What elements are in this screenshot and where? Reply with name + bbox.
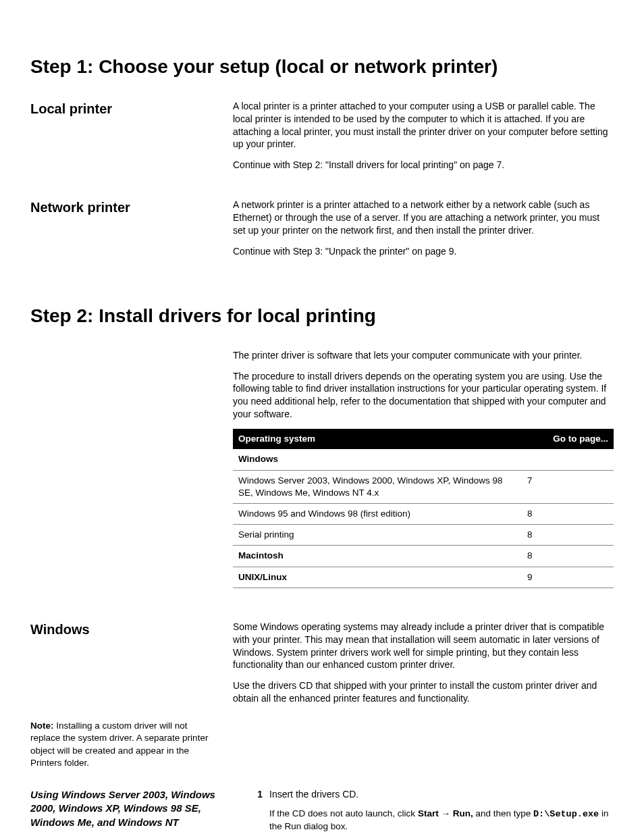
local-printer-p2: Continue with Step 2: "Install drivers f… (233, 159, 614, 172)
windows-note1: Note: Installing a custom driver will no… (30, 720, 219, 769)
local-printer-section: Local printer A local printer is a print… (30, 100, 614, 180)
table-cell-page: 8 (522, 503, 614, 524)
os-table: Operating system Go to page... WindowsWi… (233, 429, 614, 588)
table-cell-os: UNIX/Linux (233, 567, 522, 588)
step-1-num: 1 (246, 788, 269, 833)
table-cell-os: Windows 95 and Windows 98 (first edition… (233, 503, 522, 524)
step2-intro-section: The printer driver is software that lets… (30, 349, 614, 602)
windows-p1: Some Windows operating systems may alrea… (233, 621, 614, 672)
table-cell-os: Windows (233, 449, 522, 470)
network-printer-p1: A network printer is a printer attached … (233, 199, 614, 237)
table-cell-os: Windows Server 2003, Windows 2000, Windo… (233, 470, 522, 503)
table-row: Macintosh8 (233, 546, 614, 567)
local-printer-p1: A local printer is a printer attached to… (233, 100, 614, 151)
table-header-page: Go to page... (522, 429, 614, 449)
step-1-sub: If the CD does not auto launch, click St… (269, 808, 614, 833)
step-1-text: Insert the drivers CD. (269, 789, 358, 800)
table-row: Windows (233, 449, 614, 470)
table-row: UNIX/Linux9 (233, 567, 614, 588)
windows-note1-row: Note: Installing a custom driver will no… (30, 720, 614, 777)
step2-heading: Step 2: Install drivers for local printi… (30, 303, 614, 329)
windows-steps-section: Using Windows Server 2003, Windows 2000,… (30, 781, 614, 834)
network-printer-p2: Continue with Step 3: "Unpack the printe… (233, 245, 614, 258)
table-row: Windows Server 2003, Windows 2000, Windo… (233, 470, 614, 503)
local-printer-title: Local printer (30, 100, 219, 118)
table-cell-page: 9 (522, 567, 614, 588)
table-header-os: Operating system (233, 429, 522, 449)
windows-title: Windows (30, 621, 219, 639)
table-row: Windows 95 and Windows 98 (first edition… (233, 503, 614, 524)
table-cell-page (522, 449, 614, 470)
table-cell-os: Macintosh (233, 546, 522, 567)
arrow-icon: → (439, 808, 453, 818)
windows-sub-heading: Using Windows Server 2003, Windows 2000,… (30, 788, 219, 829)
network-printer-section: Network printer A network printer is a p… (30, 199, 614, 266)
windows-p2: Use the drivers CD that shipped with you… (233, 679, 614, 705)
table-cell-os: Serial printing (233, 525, 522, 546)
table-cell-page: 7 (522, 470, 614, 503)
step1-heading: Step 1: Choose your setup (local or netw… (30, 54, 614, 80)
table-cell-page: 8 (522, 525, 614, 546)
network-printer-title: Network printer (30, 199, 219, 217)
table-cell-page: 8 (522, 546, 614, 567)
table-row: Serial printing8 (233, 525, 614, 546)
windows-section: Windows Some Windows operating systems m… (30, 621, 614, 713)
step2-intro1: The printer driver is software that lets… (233, 349, 614, 362)
step2-intro2: The procedure to install drivers depends… (233, 370, 614, 421)
step-1: 1 Insert the drivers CD. If the CD does … (246, 788, 614, 833)
